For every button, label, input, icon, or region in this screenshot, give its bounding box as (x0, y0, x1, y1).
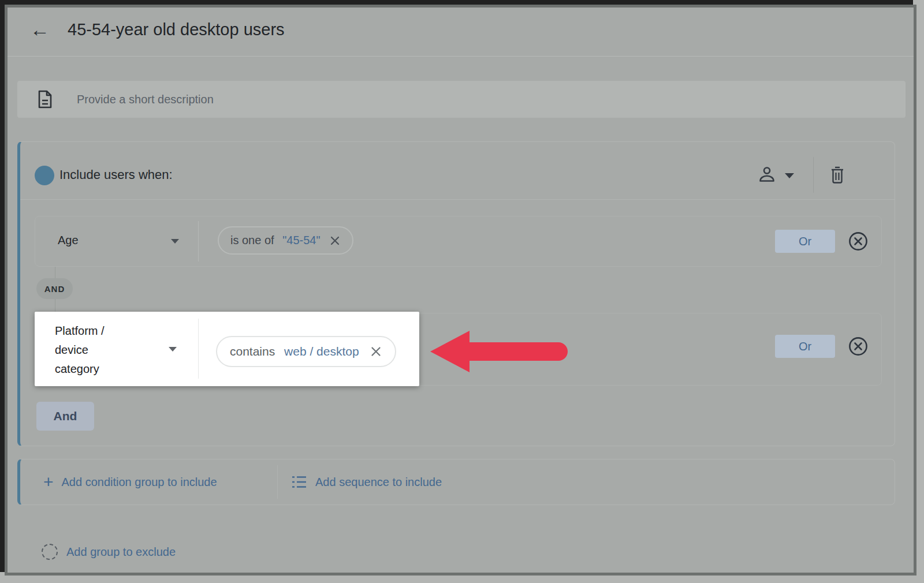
and-button[interactable]: And (36, 402, 94, 431)
chip-value: web / desktop (284, 345, 359, 358)
circle-x-icon (848, 337, 868, 356)
header-divider (8, 56, 914, 57)
row-divider (198, 319, 199, 379)
card-header-divider (20, 199, 895, 200)
remove-condition-button-platform[interactable] (848, 337, 868, 356)
trash-icon (829, 165, 845, 185)
dimension-dropdown-platform[interactable]: Platform / device category (55, 322, 123, 379)
add-sequence-label: Add sequence to include (315, 476, 442, 489)
back-button[interactable]: ← (27, 17, 53, 42)
page-title: 45-54-year old desktop users (68, 17, 285, 42)
spotlight-highlight: Platform / device category contains web … (35, 312, 419, 386)
plus-icon: + (43, 473, 54, 491)
ordered-list-icon (291, 474, 307, 490)
actions-divider (277, 465, 278, 499)
remove-chip-icon[interactable] (329, 235, 341, 246)
person-icon (758, 166, 776, 184)
add-sequence-button[interactable]: Add sequence to include (291, 459, 442, 504)
condition-row-age: Age is one of "45-54" Or (35, 216, 882, 267)
add-condition-group-button[interactable]: + Add condition group to include (43, 459, 217, 504)
include-group-title: Include users when: (59, 168, 173, 182)
circle-x-icon (848, 231, 868, 251)
remove-condition-button-age[interactable] (848, 231, 868, 251)
back-arrow-icon: ← (30, 18, 50, 40)
row-divider (198, 221, 199, 261)
description-field[interactable]: Provide a short description (17, 81, 906, 118)
dimension-dropdown-age[interactable]: Age (58, 234, 79, 247)
add-condition-group-label: Add condition group to include (62, 476, 217, 489)
add-group-to-exclude-button[interactable]: Add group to exclude (42, 543, 176, 561)
and-connector-pill: AND (36, 278, 73, 299)
document-icon (38, 90, 53, 109)
or-button-platform[interactable]: Or (775, 335, 835, 358)
chevron-down-icon (171, 239, 179, 244)
dashed-circle-icon (42, 544, 58, 560)
chevron-down-icon (169, 347, 177, 352)
add-actions-card: + Add condition group to include Add seq… (17, 459, 895, 505)
chip-operator: contains (230, 345, 278, 358)
chip-operator: is one of (230, 234, 277, 247)
filter-chip-age[interactable]: is one of "45-54" (218, 226, 353, 255)
include-scope-circle-icon (35, 166, 54, 185)
description-placeholder: Provide a short description (77, 93, 214, 106)
or-button-age[interactable]: Or (775, 230, 835, 253)
include-group-card: Include users when: Age (17, 141, 895, 446)
remove-chip-icon[interactable] (370, 345, 382, 358)
add-group-to-exclude-label: Add group to exclude (66, 545, 176, 559)
delete-group-button[interactable] (825, 163, 850, 188)
scope-selector-button[interactable] (755, 163, 796, 188)
audience-builder-window: ← 45-54-year old desktop users Provide a… (5, 5, 916, 575)
toolbar-divider (813, 157, 814, 193)
chip-value: "45-54" (282, 234, 320, 247)
chevron-down-icon (785, 173, 794, 178)
filter-chip-platform[interactable]: contains web / desktop (216, 336, 396, 367)
